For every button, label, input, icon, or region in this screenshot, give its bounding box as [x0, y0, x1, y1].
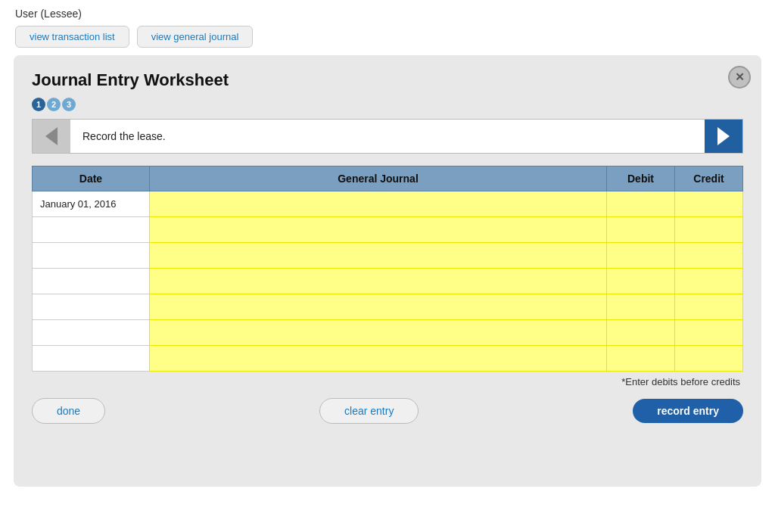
debit-input[interactable]	[607, 191, 674, 216]
general-journal-input[interactable]	[150, 217, 606, 242]
general-journal-cell[interactable]	[150, 346, 607, 372]
general-journal-cell[interactable]	[150, 294, 607, 320]
user-label: User (Lessee)	[15, 8, 82, 20]
general-journal-input[interactable]	[150, 320, 606, 345]
close-button[interactable]: ✕	[728, 66, 751, 89]
general-journal-cell[interactable]	[150, 217, 607, 243]
done-button[interactable]: done	[32, 398, 105, 424]
step-indicators: 1 2 3	[32, 98, 743, 111]
date-cell	[33, 217, 150, 243]
general-journal-input[interactable]	[150, 269, 606, 294]
debit-cell[interactable]	[607, 269, 675, 294]
credit-cell[interactable]	[675, 269, 743, 294]
view-general-journal-button[interactable]: view general journal	[137, 26, 254, 48]
general-journal-column-header: General Journal	[150, 166, 607, 191]
debit-input[interactable]	[607, 217, 674, 242]
debit-input[interactable]	[607, 269, 674, 294]
general-journal-cell[interactable]	[150, 191, 607, 217]
credit-cell[interactable]	[675, 320, 743, 346]
debit-input[interactable]	[607, 320, 674, 345]
credit-column-header: Credit	[675, 166, 743, 191]
credit-input[interactable]	[675, 191, 742, 216]
credit-cell[interactable]	[675, 346, 743, 372]
credit-cell[interactable]	[675, 217, 743, 243]
credit-input[interactable]	[675, 243, 742, 268]
credit-input[interactable]	[675, 320, 742, 345]
debit-cell[interactable]	[607, 243, 675, 269]
date-column-header: Date	[33, 166, 150, 191]
debit-cell[interactable]	[607, 294, 675, 320]
top-buttons-row: view transaction list view general journ…	[0, 26, 775, 55]
instruction-text: Record the lease.	[70, 120, 705, 153]
clear-entry-button[interactable]: clear entry	[319, 398, 419, 424]
credit-input[interactable]	[675, 294, 742, 319]
top-bar: User (Lessee)	[0, 0, 775, 26]
next-arrow-button[interactable]	[705, 120, 742, 153]
table-row	[33, 243, 743, 269]
table-row: January 01, 2016	[33, 191, 743, 217]
bottom-buttons-row: done clear entry record entry	[32, 398, 743, 424]
general-journal-cell[interactable]	[150, 320, 607, 346]
table-row	[33, 217, 743, 243]
right-arrow-icon	[717, 127, 730, 145]
date-cell	[33, 294, 150, 320]
debit-column-header: Debit	[607, 166, 675, 191]
step-1-indicator: 1	[32, 98, 45, 111]
table-row	[33, 269, 743, 294]
general-journal-cell[interactable]	[150, 269, 607, 294]
credit-input[interactable]	[675, 346, 742, 371]
prev-arrow-button[interactable]	[33, 120, 70, 153]
debit-cell[interactable]	[607, 320, 675, 346]
debit-cell[interactable]	[607, 346, 675, 372]
view-transaction-list-button[interactable]: view transaction list	[15, 26, 129, 48]
modal-title: Journal Entry Worksheet	[32, 70, 743, 90]
table-row	[33, 346, 743, 372]
date-cell	[33, 346, 150, 372]
general-journal-cell[interactable]	[150, 243, 607, 269]
debit-input[interactable]	[607, 294, 674, 319]
record-entry-button[interactable]: record entry	[633, 399, 743, 423]
debit-cell[interactable]	[607, 191, 675, 217]
debit-input[interactable]	[607, 243, 674, 268]
general-journal-input[interactable]	[150, 294, 606, 319]
navigation-row: Record the lease.	[32, 119, 743, 154]
credit-cell[interactable]	[675, 191, 743, 217]
date-cell	[33, 243, 150, 269]
journal-table: Date General Journal Debit Credit Januar…	[32, 166, 743, 372]
credit-cell[interactable]	[675, 243, 743, 269]
credit-cell[interactable]	[675, 294, 743, 320]
debit-cell[interactable]	[607, 217, 675, 243]
debit-input[interactable]	[607, 346, 674, 371]
general-journal-input[interactable]	[150, 243, 606, 268]
general-journal-input[interactable]	[150, 191, 606, 216]
table-row	[33, 320, 743, 346]
hint-text: *Enter debits before credits	[32, 376, 743, 387]
date-cell	[33, 269, 150, 294]
left-arrow-icon	[45, 127, 58, 145]
journal-entry-worksheet-modal: Journal Entry Worksheet ✕ 1 2 3 Record t…	[14, 55, 761, 487]
date-cell	[33, 320, 150, 346]
general-journal-input[interactable]	[150, 346, 606, 371]
step-3-indicator: 3	[62, 98, 76, 111]
table-row	[33, 294, 743, 320]
credit-input[interactable]	[675, 269, 742, 294]
date-cell: January 01, 2016	[33, 191, 150, 217]
credit-input[interactable]	[675, 217, 742, 242]
step-2-indicator: 2	[47, 98, 61, 111]
